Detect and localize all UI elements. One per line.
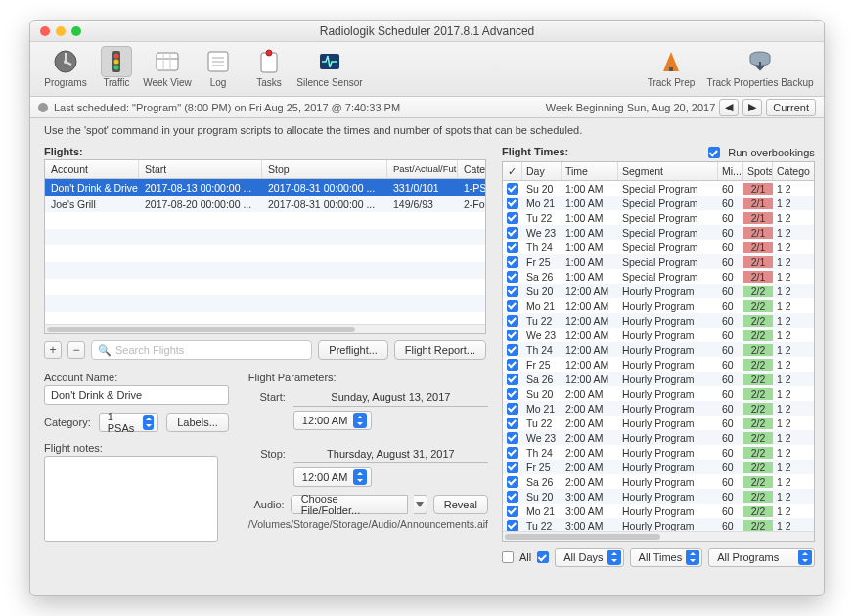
flights-row-empty[interactable] (45, 212, 485, 229)
search-flights-input[interactable]: 🔍 Search Flights (91, 340, 312, 360)
flights-row-empty[interactable] (45, 229, 485, 245)
category-select[interactable]: 1-PSAs (99, 413, 159, 432)
row-checkbox[interactable] (507, 344, 518, 356)
cell-check[interactable] (503, 300, 522, 312)
cell-check[interactable] (503, 520, 522, 532)
row-checkbox[interactable] (507, 432, 518, 444)
row-checkbox[interactable] (507, 227, 518, 239)
start-time-select[interactable]: 12:00 AM (293, 411, 372, 430)
flights-header-paf[interactable]: Past/Actual/Future (387, 160, 458, 178)
ft-header-segment[interactable]: Segment (618, 162, 718, 180)
row-checkbox[interactable] (507, 286, 518, 297)
row-checkbox[interactable] (507, 242, 518, 253)
flights-header-category[interactable]: Category (458, 160, 485, 178)
flight-times-row[interactable]: We 231:00 AMSpecial Program602/11 2 (503, 225, 814, 240)
cell-check[interactable] (503, 286, 522, 297)
row-checkbox[interactable] (507, 198, 518, 209)
cell-check[interactable] (503, 256, 522, 268)
row-checkbox[interactable] (507, 447, 518, 459)
flight-times-row[interactable]: Sa 262:00 AMHourly Program602/21 2 (503, 474, 814, 489)
flights-row[interactable]: Joe's Grill2017-08-20 00:00:00 ...2017-0… (45, 196, 485, 212)
overbookings-checkbox[interactable] (708, 147, 720, 158)
flight-times-row[interactable]: Sa 261:00 AMSpecial Program602/11 2 (503, 269, 814, 284)
row-checkbox[interactable] (507, 520, 518, 532)
flight-times-row[interactable]: Su 203:00 AMHourly Program602/21 2 (503, 489, 814, 504)
stop-date-field[interactable]: Thursday, August 31, 2017 (293, 444, 488, 463)
notes-textarea[interactable] (44, 456, 218, 542)
flights-header-stop[interactable]: Stop (262, 160, 387, 178)
ft-header-category[interactable]: Catego (773, 162, 814, 180)
ft-header-check[interactable]: ✓ (503, 162, 522, 180)
week-current-button[interactable]: Current (766, 99, 816, 116)
row-checkbox[interactable] (507, 330, 518, 341)
play-status-icon[interactable] (38, 103, 48, 112)
flight-times-row[interactable]: We 232:00 AMHourly Program602/21 2 (503, 430, 814, 445)
cell-check[interactable] (503, 432, 522, 444)
choose-file-button[interactable]: Choose File/Folder... (291, 495, 408, 514)
flight-times-row[interactable]: Th 242:00 AMHourly Program602/21 2 (503, 445, 814, 460)
flight-times-row[interactable]: Mo 213:00 AMHourly Program602/21 2 (503, 504, 814, 518)
add-flight-button[interactable]: + (44, 341, 62, 359)
flight-times-row[interactable]: Tu 223:00 AMHourly Program602/21 2 (503, 518, 814, 531)
row-checkbox[interactable] (507, 359, 518, 371)
filter-checked-checkbox[interactable] (537, 551, 549, 563)
toolbar-weekview-button[interactable]: Week View (142, 46, 193, 88)
flights-row[interactable]: Don't Drink & Drive2017-08-13 00:00:00 .… (45, 179, 485, 196)
toolbar-programs-button[interactable]: Programs (40, 46, 91, 88)
row-checkbox[interactable] (507, 491, 518, 503)
flight-times-row[interactable]: Su 201:00 AMSpecial Program602/11 2 (503, 181, 814, 196)
flight-times-row[interactable]: Fr 252:00 AMHourly Program602/21 2 (503, 460, 814, 474)
cell-check[interactable] (503, 271, 522, 283)
row-checkbox[interactable] (507, 212, 518, 224)
cell-check[interactable] (503, 374, 522, 385)
row-checkbox[interactable] (507, 462, 518, 473)
row-checkbox[interactable] (507, 315, 518, 327)
flight-report-button[interactable]: Flight Report... (394, 340, 486, 360)
remove-flight-button[interactable]: − (67, 341, 85, 359)
flight-times-row[interactable]: Mo 212:00 AMHourly Program602/21 2 (503, 401, 814, 416)
ft-scrollbar[interactable] (503, 531, 814, 541)
stop-time-select[interactable]: 12:00 AM (293, 467, 372, 487)
row-checkbox[interactable] (507, 403, 518, 415)
flight-times-row[interactable]: Th 241:00 AMSpecial Program602/11 2 (503, 240, 814, 254)
cell-check[interactable] (503, 330, 522, 341)
cell-check[interactable] (503, 462, 522, 473)
flights-header-start[interactable]: Start (139, 160, 262, 178)
cell-check[interactable] (503, 227, 522, 239)
row-checkbox[interactable] (507, 256, 518, 268)
cell-check[interactable] (503, 315, 522, 327)
toolbar-traffic-button[interactable]: Traffic (91, 46, 142, 88)
filter-all-checkbox[interactable] (502, 551, 514, 563)
flight-times-row[interactable]: We 2312:00 AMHourly Program602/21 2 (503, 328, 814, 342)
reveal-button[interactable]: Reveal (433, 495, 488, 514)
toolbar-silencesensor-button[interactable]: Silence Sensor (294, 46, 365, 88)
cell-check[interactable] (503, 344, 522, 356)
flight-times-row[interactable]: Fr 2512:00 AMHourly Program602/21 2 (503, 357, 814, 372)
flight-times-row[interactable]: Th 2412:00 AMHourly Program602/21 2 (503, 342, 814, 357)
cell-check[interactable] (503, 491, 522, 503)
flight-times-row[interactable]: Tu 222:00 AMHourly Program602/21 2 (503, 416, 814, 430)
flights-row-empty[interactable] (45, 279, 485, 295)
week-prev-button[interactable]: ◀ (719, 99, 739, 116)
row-checkbox[interactable] (507, 506, 518, 517)
row-checkbox[interactable] (507, 300, 518, 312)
flight-times-row[interactable]: Tu 2212:00 AMHourly Program602/21 2 (503, 313, 814, 328)
filter-programs-select[interactable]: All Programs (708, 548, 815, 567)
flight-times-row[interactable]: Su 202:00 AMHourly Program602/21 2 (503, 386, 814, 401)
account-name-input[interactable] (44, 385, 229, 405)
row-checkbox[interactable] (507, 271, 518, 283)
flights-row-empty[interactable] (45, 295, 485, 312)
row-checkbox[interactable] (507, 374, 518, 385)
week-next-button[interactable]: ▶ (742, 99, 762, 116)
ft-header-minutes[interactable]: Mi... (718, 162, 743, 180)
row-checkbox[interactable] (507, 388, 518, 400)
flights-row-empty[interactable] (45, 245, 485, 262)
row-checkbox[interactable] (507, 418, 518, 429)
ft-header-time[interactable]: Time (562, 162, 618, 180)
cell-check[interactable] (503, 403, 522, 415)
cell-check[interactable] (503, 447, 522, 459)
flights-row-empty[interactable] (45, 312, 485, 324)
toolbar-log-button[interactable]: Log (193, 46, 244, 88)
flights-scrollbar[interactable] (45, 324, 485, 333)
row-checkbox[interactable] (507, 476, 518, 488)
